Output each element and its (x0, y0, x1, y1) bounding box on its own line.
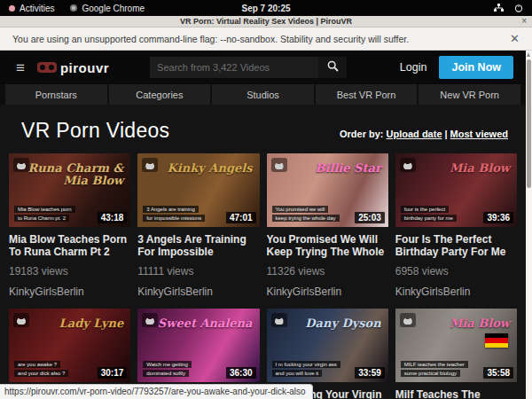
nav-item-new-vr-porn[interactable]: New VR Porn (419, 84, 520, 105)
video-views: 6958 views (395, 265, 517, 278)
thumbnail-overlay-name: Dany Dyson (305, 317, 381, 330)
activities-label: Activities (20, 4, 54, 13)
video-card: Kinky Angels 3 Angels are training for i… (137, 153, 259, 298)
scrollbar[interactable] (526, 51, 532, 399)
studio-cat-logo-icon (13, 313, 29, 327)
site-header: ≡ pirouvr Login Join Now (0, 51, 526, 84)
video-views: 19183 views (9, 265, 130, 278)
video-thumbnail[interactable]: Mia Blow four is the perfect birthday pa… (395, 153, 517, 227)
duration-badge: 33:59 (355, 367, 385, 379)
video-card: Billie Star You promised we will keep tr… (267, 153, 388, 298)
studio-cat-logo-icon (142, 313, 158, 327)
video-thumbnail[interactable]: Lady Lyne are you awake ? and your dick … (9, 309, 130, 382)
thumbnail-overlay-name: Billie Star (316, 162, 381, 175)
scroll-up-arrow-icon[interactable] (527, 52, 530, 57)
video-thumbnail[interactable]: Mia Blow MILF teaches the teacher some p… (395, 309, 517, 382)
chrome-app-icon (70, 4, 77, 12)
video-studio-link[interactable]: KinkyGirlsBerlin (137, 286, 259, 298)
thumbnail-overlay-name: Kinky Angels (168, 162, 253, 175)
activities-dot-icon (9, 5, 15, 12)
warning-close-icon[interactable]: ✕ (510, 32, 520, 45)
studio-cat-logo-icon (271, 313, 287, 327)
video-studio-link[interactable]: KinkyGirlsBerlin (267, 286, 388, 298)
video-thumbnail[interactable]: Sweet Analena Watch me getting dominated… (137, 309, 259, 382)
thumbnail-caption: are you awake ? and your dick also ? (14, 361, 68, 377)
thumbnail-overlay-name: Lady Lyne (59, 317, 124, 330)
video-title[interactable]: You Promised We Will Keep Trying The Who… (267, 233, 388, 259)
video-title[interactable]: Four Is The Perfect Birthday Party For M… (395, 233, 517, 259)
main-nav: Pornstars Categories Studios Best VR Por… (0, 84, 526, 105)
search-bar (150, 57, 347, 78)
search-icon (327, 60, 339, 72)
order-by: Order by: Upload date|Most viewed (340, 129, 508, 139)
thumbnail-overlay-name: Runa Charm & Mia Blow (26, 162, 123, 186)
video-card: Mia Blow four is the perfect birthday pa… (395, 153, 517, 298)
join-now-button[interactable]: Join Now (439, 56, 513, 79)
logo-text: pirouvr (60, 60, 109, 75)
video-thumbnail[interactable]: Runa Charm & Mia Blow Mia Blow teaches p… (9, 153, 130, 227)
duration-badge: 43:18 (98, 212, 128, 223)
thumbnail-caption: I m fucking your virgin ass and you will… (272, 361, 340, 377)
studio-cat-logo-icon (271, 158, 287, 172)
nav-item-categories[interactable]: Categories (109, 84, 211, 105)
duration-badge: 39:36 (483, 212, 513, 223)
video-card: Runa Charm & Mia Blow Mia Blow teaches p… (9, 153, 130, 298)
menu-icon[interactable]: ≡ (12, 60, 28, 75)
thumbnail-caption: MILF teaches the teacher some practical … (401, 361, 468, 377)
thumbnail-caption: You promised we will keep trying the who… (272, 206, 340, 222)
thumbnail-overlay-name: Sweet Analena (158, 317, 253, 330)
video-thumbnail[interactable]: Dany Dyson I m fucking your virgin ass a… (267, 309, 388, 382)
video-thumbnail[interactable]: Billie Star You promised we will keep tr… (267, 153, 388, 227)
site-content: ≡ pirouvr Login Join Now Pornstars Categ… (0, 51, 532, 399)
system-top-bar: Activities Google Chrome Sep 7 20:25 (0, 0, 532, 16)
thumbnail-caption: Mia Blow teaches porn to Runa Charm pt. … (14, 206, 75, 222)
video-title[interactable]: Milf Teaches The Teacher Some Practical … (395, 388, 517, 399)
order-by-label: Order by: (340, 129, 384, 139)
chrome-warning-bar: You are using an unsupported command-lin… (0, 27, 532, 51)
app-name-label: Google Chrome (82, 4, 145, 13)
video-studio-link[interactable]: KinkyGirlsBerlin (395, 286, 517, 298)
nav-item-pornstars[interactable]: Pornstars (5, 84, 107, 105)
video-studio-link[interactable]: KinkyGirlsBerlin (9, 286, 130, 298)
vr-goggles-icon (37, 62, 57, 73)
order-link-upload-date[interactable]: Upload date (387, 129, 442, 139)
power-icon[interactable] (514, 4, 523, 12)
studio-cat-logo-icon (400, 313, 416, 327)
video-title[interactable]: 3 Angels Are Training For Impossible Mis… (137, 233, 259, 259)
video-card: Mia Blow MILF teaches the teacher some p… (395, 309, 517, 399)
status-bar-url: https://pirouvr.com/vr-porn-video/779325… (0, 384, 313, 399)
site-logo[interactable]: pirouvr (37, 60, 109, 75)
warning-message: You are using an unsupported command-lin… (12, 34, 409, 44)
tab-close-icon[interactable]: × (521, 17, 527, 26)
order-link-most-viewed[interactable]: Most viewed (450, 129, 508, 139)
duration-badge: 25:03 (355, 212, 385, 223)
nav-item-studios[interactable]: Studios (212, 84, 314, 105)
thumbnail-overlay-name: Mia Blow (450, 162, 510, 175)
studio-cat-logo-icon (400, 158, 416, 172)
app-menu-chrome[interactable]: Google Chrome (70, 4, 145, 13)
video-thumbnail[interactable]: Kinky Angels 3 Angels are training for i… (137, 153, 259, 227)
page-title: VR Porn Videos (21, 119, 169, 143)
thumbnail-caption: Watch me getting dominated softly (143, 361, 191, 377)
thumbnail-caption: four is the perfect birthday party for m… (401, 206, 457, 222)
duration-badge: 36:30 (226, 367, 256, 379)
search-button[interactable] (318, 57, 347, 78)
german-flag-icon (485, 333, 508, 348)
browser-tab-bar: VR Porn: Virtual Reality Sex Videos | Pi… (0, 16, 532, 27)
order-separator: | (442, 129, 450, 139)
duration-badge: 47:01 (226, 212, 256, 223)
video-grid: Runa Charm & Mia Blow Mia Blow teaches p… (0, 153, 526, 399)
search-input[interactable] (150, 57, 318, 78)
duration-badge: 35:58 (483, 367, 513, 379)
video-views: 11111 views (137, 265, 259, 278)
screen: Activities Google Chrome Sep 7 20:25 VR … (0, 0, 532, 399)
tab-title[interactable]: VR Porn: Virtual Reality Sex Videos | Pi… (180, 17, 352, 26)
activities-button[interactable]: Activities (9, 4, 54, 13)
video-title[interactable]: Mia Blow Teaches Porn To Runa Charm Pt 2 (9, 233, 130, 259)
network-icon[interactable] (494, 4, 504, 12)
duration-badge: 30:17 (98, 367, 128, 379)
scrollbar-thumb[interactable] (527, 59, 531, 188)
nav-item-best-vr-porn[interactable]: Best VR Porn (316, 84, 418, 105)
login-link[interactable]: Login (400, 61, 427, 74)
clock[interactable]: Sep 7 20:25 (241, 4, 290, 13)
